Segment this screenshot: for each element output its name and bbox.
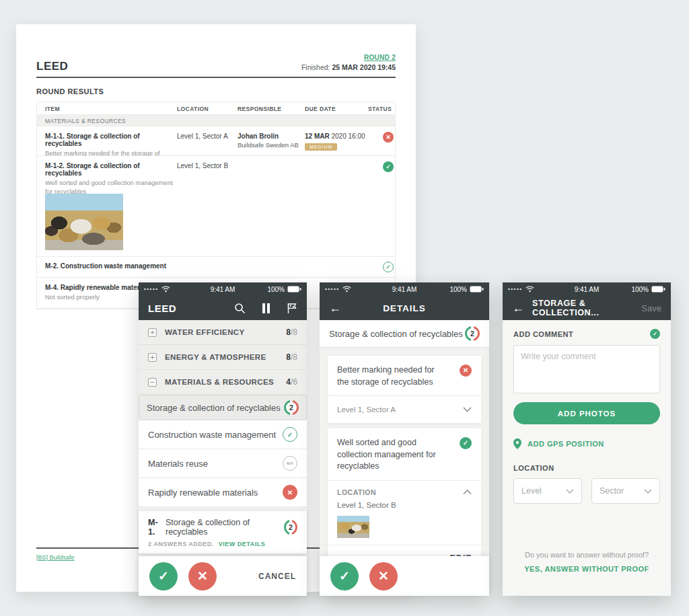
level-select[interactable]: Level — [513, 478, 582, 504]
location-toggle[interactable]: Level 1, Sector A — [328, 396, 481, 423]
phone-details: ••••• 9:41 AM 100% ← DETAILS Storage & c… — [320, 282, 489, 596]
list-item-storage-collection[interactable]: Storage & collection of recyclables 2 — [139, 395, 307, 420]
location-label: LOCATION — [513, 464, 660, 472]
flag-icon[interactable] — [287, 303, 297, 314]
x-circle-icon — [383, 132, 394, 143]
results-table: ITEM LOCATION RESPONSIBLE DUE DATE STATU… — [36, 102, 396, 309]
answer-without-proof-link[interactable]: YES, ANSWER WITHOUT PROOF — [503, 565, 671, 573]
count-ring-badge: 2 — [465, 326, 480, 341]
answer-action-bar: CANCEL — [139, 556, 307, 596]
table-group-row: MATERIALS & RESOURCES — [37, 115, 395, 126]
list-item-materials-reuse[interactable]: Materials reuse N/A — [139, 449, 307, 478]
clock-text: 9:41 AM — [320, 286, 489, 293]
reject-button[interactable] — [188, 562, 217, 590]
add-gps-button[interactable]: ADD GPS POSITION — [513, 438, 660, 449]
status-bar: ••••• 9:41 AM 100% — [503, 282, 671, 296]
save-button[interactable]: Save — [641, 303, 661, 313]
header-rule — [36, 77, 396, 78]
add-photos-button[interactable]: ADD PHOTOS — [513, 402, 660, 424]
check-circle-icon — [650, 329, 660, 339]
chevron-up-icon[interactable] — [463, 490, 472, 495]
screen-title: STORAGE & COLLECTION... — [532, 299, 641, 317]
check-circle-icon — [460, 437, 472, 449]
phone-leed-checklist: ••••• 9:41 AM 100% LEED WATER EFFICIENCY… — [139, 282, 307, 596]
buildsafe-link[interactable]: [BS] Buildsafe — [36, 554, 75, 561]
list-item-construction-waste[interactable]: Construction waste management — [139, 420, 307, 449]
pause-icon[interactable] — [262, 303, 270, 314]
finished-timestamp: Finished: 25 MAR 2020 19:45 — [301, 63, 396, 71]
chevron-down-icon — [566, 489, 574, 494]
chevron-down-icon — [644, 489, 652, 494]
proof-question: Do you want to answer without proof? — [503, 551, 671, 559]
priority-badge: MEDIUM — [305, 143, 337, 151]
round-link[interactable]: ROUND 2 — [364, 54, 396, 61]
answer-summary-card[interactable]: M-1. Storage & collection of recyclables… — [139, 511, 307, 553]
clock-text: 9:41 AM — [503, 286, 671, 293]
collapse-minus-icon[interactable] — [148, 378, 157, 387]
status-bar: ••••• 9:41 AM 100% — [139, 282, 307, 296]
map-pin-icon — [513, 438, 521, 449]
recyclables-photo — [45, 194, 123, 250]
chevron-down-icon[interactable] — [463, 407, 472, 412]
approve-button[interactable] — [149, 562, 178, 590]
screen-title: LEED — [148, 303, 176, 314]
details-item-header: Storage & collection of recyclables 2 — [320, 320, 489, 348]
comment-input[interactable] — [513, 345, 660, 393]
app-header: LEED — [139, 296, 307, 320]
photo-thumbnail[interactable] — [337, 516, 369, 538]
sector-select[interactable]: Sector — [591, 478, 660, 504]
answers-added-text: 2 ANSWERS ADDED. — [148, 541, 214, 547]
check-outline-icon — [383, 262, 394, 272]
approve-button[interactable] — [330, 562, 359, 590]
cancel-button[interactable]: CANCEL — [258, 572, 296, 581]
answer-action-bar — [320, 556, 489, 596]
table-header-row: ITEM LOCATION RESPONSIBLE DUE DATE STATU… — [37, 102, 395, 115]
table-row: M-1-2. Storage & collection of recyclabl… — [37, 156, 395, 257]
check-circle-icon — [383, 161, 394, 172]
expand-plus-icon[interactable] — [148, 353, 157, 362]
expand-plus-icon[interactable] — [148, 328, 157, 337]
x-circle-icon — [460, 364, 472, 377]
table-row: M-1-1. Storage & collection of recyclabl… — [37, 126, 395, 156]
app-header: ← DETAILS — [320, 296, 489, 320]
count-ring-badge: 2 — [284, 520, 297, 535]
section-water-efficiency[interactable]: WATER EFFICIENCY 8/8 — [139, 320, 307, 345]
count-ring-badge: 2 — [284, 400, 299, 415]
x-circle-icon — [283, 485, 297, 500]
table-row: M-2. Construction waste management — [37, 257, 395, 278]
answer-card: Better marking needed for the storage of… — [328, 356, 481, 423]
section-energy-atmosphere[interactable]: ENERGY & ATMOSPHERE 8/8 — [139, 345, 307, 370]
view-details-link[interactable]: VIEW DETAILS — [219, 541, 265, 547]
na-circle-icon: N/A — [283, 456, 297, 471]
round-results-heading: ROUND RESULTS — [36, 87, 104, 95]
back-arrow-icon[interactable]: ← — [512, 302, 524, 314]
list-item-rapidly-renewable[interactable]: Rapidly renewable materials — [139, 478, 307, 507]
check-outline-icon — [283, 427, 297, 442]
add-comment-label: ADD COMMENT — [513, 330, 573, 338]
clock-text: 9:41 AM — [139, 286, 307, 293]
search-icon[interactable] — [234, 303, 246, 314]
status-bar: ••••• 9:41 AM 100% — [320, 282, 489, 296]
answer-card: Well sorted and good collection manageme… — [328, 428, 481, 571]
app-header: ← STORAGE & COLLECTION... Save — [503, 296, 671, 320]
reject-button[interactable] — [369, 562, 398, 590]
report-title: LEED — [36, 60, 68, 73]
phone-add-answer: ••••• 9:41 AM 100% ← STORAGE & COLLECTIO… — [503, 282, 671, 596]
section-materials-resources[interactable]: MATERIALS & RESOURCES 4/6 — [139, 370, 307, 395]
location-toggle[interactable]: LOCATION — [337, 488, 472, 496]
screen-title: DETAILS — [320, 303, 489, 313]
